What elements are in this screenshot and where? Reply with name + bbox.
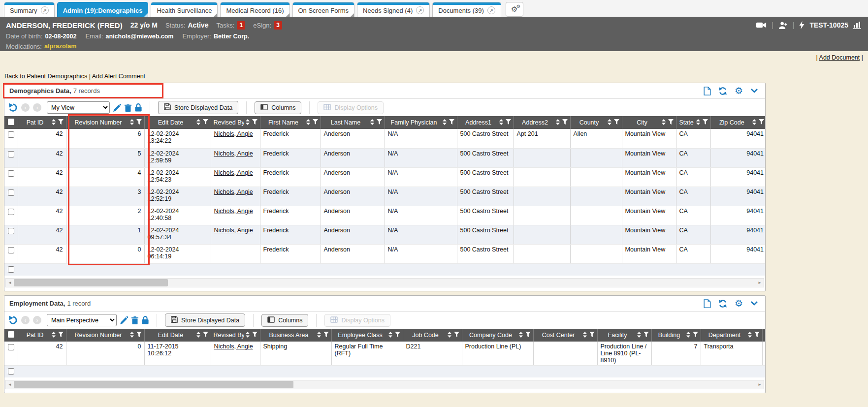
revised-by-link[interactable]: Nichols, Angie [214,130,253,137]
column-header[interactable]: Job Code [403,329,462,342]
table-row[interactable]: 42 4 12-02-2024 12:54:23 Nichols, Angie … [4,167,766,187]
tasks-count-badge[interactable]: 1 [237,21,245,30]
table-row[interactable]: 42 0 12-02-2024 06:14:19 Frederick Ander… [4,244,766,263]
sort-icon[interactable] [448,332,451,339]
filter-funnel-icon[interactable] [203,119,208,126]
column-header[interactable]: Building [651,329,701,342]
sort-icon[interactable] [696,119,700,126]
filter-funnel-icon[interactable] [754,332,760,339]
table-row[interactable]: 42 0 11-17-2015 10:26:12 Nichols, Angie … [4,342,766,366]
column-header[interactable]: Edit Date [144,329,211,342]
sort-icon[interactable] [52,332,56,339]
sort-icon[interactable] [52,119,56,126]
column-header[interactable]: Business Area [260,329,331,342]
column-header[interactable]: Employee Class [331,329,403,342]
tab-settings-button[interactable]: ⚙⚙ [506,2,523,17]
demographics-horizontal-scrollbar[interactable]: ◄ ► [5,278,764,287]
column-header[interactable]: Department [701,329,762,342]
view-select[interactable]: My View [47,101,110,114]
column-header[interactable]: Pat ID [18,116,66,129]
collapse-chevron-down-icon[interactable] [750,301,758,306]
table-row[interactable]: 42 2 12-02-2024 12:40:58 Nichols, Angie … [4,206,766,225]
sort-icon[interactable] [608,119,611,126]
column-header[interactable]: Zip Code [710,116,766,129]
column-header[interactable]: Address1 [457,116,514,129]
filter-funnel-icon[interactable] [136,119,142,126]
add-alert-comment-link[interactable]: Add Alert Comment [92,73,145,80]
filter-funnel-icon[interactable] [58,332,64,339]
sort-icon[interactable] [130,119,134,126]
sort-icon[interactable] [370,119,374,126]
sort-icon[interactable] [748,332,752,339]
row-checkbox[interactable] [8,189,14,196]
row-checkbox[interactable] [8,209,14,215]
sort-icon[interactable] [246,332,250,339]
filter-funnel-icon[interactable] [759,119,764,126]
revised-by-link[interactable]: Nichols, Angie [214,169,253,176]
scroll-right-arrow-icon[interactable]: ► [756,279,764,287]
sort-icon[interactable] [388,332,392,339]
column-header[interactable]: Facility [597,329,651,342]
sort-icon[interactable] [662,119,666,126]
employment-horizontal-scrollbar[interactable]: ◄ ► [5,380,764,389]
filter-funnel-icon[interactable] [454,332,459,339]
row-checkbox[interactable] [8,247,14,253]
column-header[interactable]: Revision Number [66,329,144,342]
open-in-new-icon[interactable]: ↗ [487,6,495,14]
revised-by-link[interactable]: Nichols, Angie [214,343,253,350]
store-displayed-data-button[interactable]: Store Displayed Data [165,313,245,327]
sort-icon[interactable] [583,332,587,339]
column-header[interactable]: Family Physician [385,116,457,129]
filter-funnel-icon[interactable] [693,332,698,339]
table-row[interactable]: 42 1 12-02-2024 09:57:34 Nichols, Angie … [4,225,766,244]
sort-icon[interactable] [246,119,250,126]
sort-icon[interactable] [519,332,523,339]
row-checkbox[interactable] [8,131,14,138]
filter-funnel-icon[interactable] [668,119,674,126]
scroll-left-arrow-icon[interactable]: ◄ [6,380,14,389]
scrollbar-thumb[interactable] [14,279,168,286]
column-header[interactable]: Last Name [321,116,385,129]
filter-funnel-icon[interactable] [313,119,318,126]
video-call-icon[interactable] [756,22,767,29]
filter-funnel-icon[interactable] [614,119,619,126]
sort-icon[interactable] [637,332,641,339]
filter-funnel-icon[interactable] [58,119,64,126]
column-header[interactable]: Revised By [211,329,260,342]
revised-by-link[interactable]: Nichols, Angie [214,227,253,234]
table-row[interactable]: 42 3 12-02-2024 12:52:19 Nichols, Angie … [4,187,766,206]
sort-icon[interactable] [306,119,310,126]
row-checkbox[interactable] [8,170,14,177]
table-row[interactable]: 42 6 12-02-2024 13:24:22 Nichols, Angie … [4,129,766,148]
edit-view-pencil-icon[interactable] [120,316,128,324]
filter-funnel-icon[interactable] [252,119,257,126]
delete-view-trash-icon[interactable] [125,104,131,112]
view-select[interactable]: Main Perspective [47,314,117,326]
filter-funnel-icon[interactable] [525,332,531,339]
lock-view-icon[interactable] [135,103,142,112]
column-header[interactable]: Cost Center [533,329,597,342]
revised-by-link[interactable]: Nichols, Angie [214,208,253,215]
chart-tab[interactable]: Needs Signed (4) ↗ [357,2,430,17]
chart-tab[interactable]: Documents (39) ↗ [432,2,501,17]
filter-funnel-icon[interactable] [449,119,454,126]
row-checkbox[interactable] [8,344,14,350]
columns-button[interactable]: Columns [261,314,308,327]
delete-view-trash-icon[interactable] [131,316,138,324]
sort-icon[interactable] [556,119,560,126]
sort-icon[interactable] [317,332,321,339]
edit-view-pencil-icon[interactable] [113,104,121,112]
chart-tab[interactable]: On Screen Forms ↗ [292,2,355,17]
scroll-right-arrow-icon[interactable]: ► [756,380,764,389]
back-to-demographics-link[interactable]: Back to Patient Demographics [4,73,87,80]
sort-icon[interactable] [499,119,503,126]
select-all-checkbox[interactable] [8,331,14,338]
filter-funnel-icon[interactable] [703,119,708,126]
filter-funnel-icon[interactable] [252,332,257,339]
column-header[interactable]: Pat ID [18,329,66,342]
column-header[interactable]: City [622,116,676,129]
quick-action-lightning-icon[interactable] [799,21,804,29]
column-header[interactable]: H [762,329,766,342]
filter-funnel-icon[interactable] [589,332,595,339]
column-header[interactable]: County [570,116,622,129]
